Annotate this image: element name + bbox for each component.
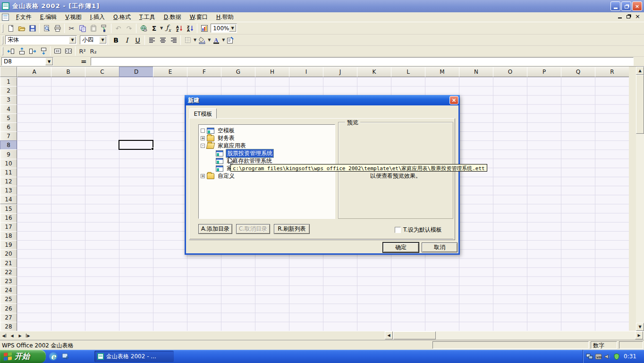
row-header-12[interactable]: 12 [0,177,17,186]
row-header-11[interactable]: 11 [0,168,17,177]
set-default-checkbox[interactable]: T.设为默认模板 [395,226,442,234]
start-button[interactable]: 开始 [0,350,46,363]
last-sheet-icon[interactable]: ▶ [24,332,32,340]
copy-icon[interactable] [77,23,88,34]
align-right-icon[interactable] [168,35,179,45]
show-desktop-icon[interactable] [61,352,70,361]
menu-f[interactable]: F.文件 [12,12,36,22]
italic-button[interactable]: I [121,35,132,45]
scroll-right-icon[interactable]: ▶ [635,331,643,339]
row-header-23[interactable]: 23 [0,277,17,286]
tree-item-1[interactable]: 空模板 [201,127,236,134]
close-icon[interactable]: × [632,1,642,11]
row-header-2[interactable]: 2 [0,86,17,95]
zoom-combo[interactable]: 100%▼ [211,24,237,33]
row-header-18[interactable]: 18 [0,231,17,241]
restore-icon[interactable] [621,1,631,11]
vm-tools-icon[interactable]: vm [595,353,602,360]
row-header-5[interactable]: 5 [0,113,17,123]
column-header-D[interactable]: D [119,67,153,77]
row-header-20[interactable]: 20 [0,249,17,259]
chevron-down-icon[interactable]: ▼ [45,58,53,65]
font-color-icon[interactable]: A [211,35,221,45]
format-cells-icon[interactable] [225,35,236,45]
row-header-13[interactable]: 13 [0,186,17,195]
menu-v[interactable]: V.视图 [61,12,86,22]
dialog-title-bar[interactable]: 新建 × [185,95,460,105]
column-header-C[interactable]: C [85,67,119,77]
taskbar-clock[interactable]: 0:31 [624,353,636,360]
menu-i[interactable]: I.插入 [86,12,109,22]
horizontal-scrollbar[interactable]: ◀ ▶ [385,331,644,339]
sort-ascending-icon[interactable]: AZ [174,23,185,34]
column-header-F[interactable]: F [187,67,221,77]
align-left-icon[interactable] [146,35,157,45]
volume-icon[interactable] [604,353,611,360]
menu-t[interactable]: T.工具 [135,12,160,22]
next-sheet-icon[interactable]: ▶ [16,332,24,340]
row-header-8[interactable]: 8 [0,140,17,150]
save-icon[interactable] [27,23,38,34]
antivirus-icon[interactable] [613,353,620,360]
scroll-down-icon[interactable]: ▼ [636,323,644,331]
network-icon[interactable] [586,353,593,360]
toolbar-grip[interactable] [2,47,3,55]
row-header-17[interactable]: 17 [0,222,17,232]
menu-h[interactable]: H.帮助 [212,12,238,22]
column-header-G[interactable]: G [221,67,255,77]
active-cell-selection[interactable] [119,140,153,150]
new-icon[interactable] [5,23,16,34]
name-box[interactable]: D8 ▼ [1,57,53,66]
font-name-combo[interactable]: 宋体 ▼ [5,35,77,44]
column-header-O[interactable]: O [493,67,527,77]
tree-item-4[interactable]: 股票投资管理系统 [216,149,274,157]
column-header-B[interactable]: B [51,67,85,77]
font-size-combo[interactable]: 小四 ▼ [80,35,107,44]
checkbox-box[interactable] [395,227,401,233]
expand-icon[interactable]: + [201,174,205,178]
row-header-26[interactable]: 26 [0,303,17,313]
shift-cells-left-icon[interactable] [5,46,16,56]
underline-button[interactable]: U [132,35,143,45]
column-header-E[interactable]: E [153,67,187,77]
column-header-L[interactable]: L [391,67,425,77]
cancel-button[interactable]: 取消 [422,242,458,252]
row-header-7[interactable]: 7 [0,131,17,141]
row-header-22[interactable]: 22 [0,268,17,277]
first-sheet-icon[interactable]: ◀ [0,332,8,340]
scroll-left-icon[interactable]: ◀ [385,331,393,339]
ok-button[interactable]: 确定 [383,242,419,252]
column-header-R[interactable]: R [595,67,629,77]
shift-cells-up-icon[interactable] [16,46,27,56]
taskbar-window-button[interactable]: 金山表格 2002 - ... [94,351,174,362]
menu-w[interactable]: W.窗口 [186,12,212,22]
formula-input[interactable] [91,57,634,66]
vertical-scroll-thumb[interactable] [636,75,644,134]
row-header-28[interactable]: 28 [0,322,17,331]
add-directory-button[interactable]: A.添加目录 [198,224,232,234]
align-center-icon[interactable] [157,35,168,45]
row-header-3[interactable]: 3 [0,95,17,104]
toolbar-grip[interactable] [2,36,3,44]
row-header-24[interactable]: 24 [0,285,17,295]
shift-cells-down-icon[interactable] [38,46,49,56]
print-icon[interactable] [52,23,63,34]
column-header-I[interactable]: I [289,67,323,77]
horizontal-scroll-thumb[interactable] [393,331,436,339]
row-header-21[interactable]: 21 [0,259,17,268]
row-header-15[interactable]: 15 [0,204,17,214]
row-header-4[interactable]: 4 [0,104,17,114]
minimize-icon[interactable] [610,1,620,11]
child-close-icon[interactable]: × [635,14,640,19]
internet-explorer-icon[interactable]: e [49,352,58,361]
column-header-H[interactable]: H [255,67,289,77]
autosum-icon[interactable]: Σ [149,23,160,34]
select-all-corner[interactable] [0,67,17,77]
chevron-down-icon[interactable]: ▼ [69,36,76,43]
tab-et-template[interactable]: ET模板 [189,108,217,119]
collapse-icon[interactable]: - [201,144,205,148]
row-header-14[interactable]: 14 [0,195,17,204]
borders-icon[interactable] [182,35,193,45]
row-header-25[interactable]: 25 [0,294,17,304]
cut-icon[interactable]: ✂ [66,23,77,34]
